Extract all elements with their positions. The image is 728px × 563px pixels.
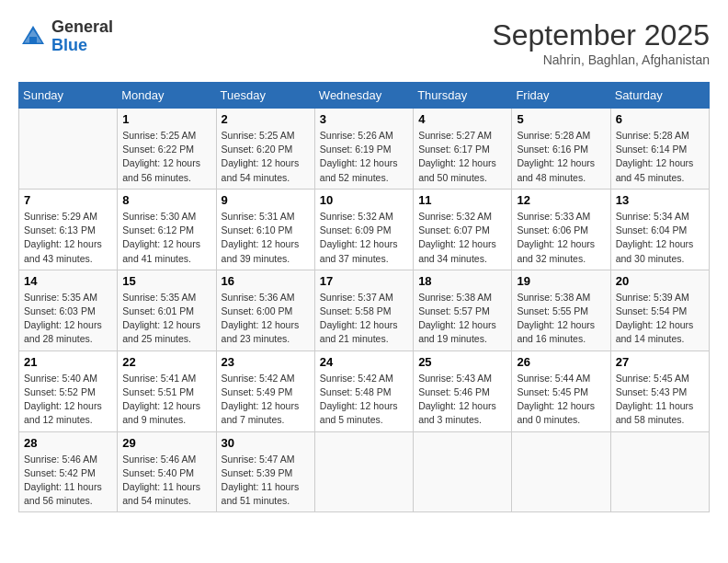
calendar-cell: 9Sunrise: 5:31 AM Sunset: 6:10 PM Daylig… [216,189,314,270]
calendar-cell: 3Sunrise: 5:26 AM Sunset: 6:19 PM Daylig… [314,109,413,190]
calendar-cell: 2Sunrise: 5:25 AM Sunset: 6:20 PM Daylig… [216,109,314,190]
week-row-1: 1Sunrise: 5:25 AM Sunset: 6:22 PM Daylig… [19,109,710,190]
title-block: September 2025 Nahrin, Baghlan, Afghanis… [492,18,710,67]
day-number: 23 [222,355,310,369]
day-info: Sunrise: 5:32 AM Sunset: 6:07 PM Dayligh… [418,210,506,266]
dow-header-monday: Monday [118,83,216,109]
day-number: 1 [122,112,210,126]
day-info: Sunrise: 5:25 AM Sunset: 6:20 PM Dayligh… [222,129,310,185]
day-number: 13 [616,193,704,207]
logo-icon [18,22,48,52]
day-info: Sunrise: 5:43 AM Sunset: 5:46 PM Dayligh… [418,372,506,428]
day-info: Sunrise: 5:35 AM Sunset: 6:03 PM Dayligh… [24,291,112,347]
day-info: Sunrise: 5:34 AM Sunset: 6:04 PM Dayligh… [616,210,704,266]
day-number: 22 [122,355,210,369]
calendar-cell: 10Sunrise: 5:32 AM Sunset: 6:09 PM Dayli… [314,189,413,270]
day-number: 15 [122,274,210,288]
calendar-cell: 8Sunrise: 5:30 AM Sunset: 6:12 PM Daylig… [118,189,216,270]
calendar-cell [610,431,709,512]
calendar-cell: 13Sunrise: 5:34 AM Sunset: 6:04 PM Dayli… [610,189,709,270]
day-number: 8 [122,193,210,207]
day-info: Sunrise: 5:35 AM Sunset: 6:01 PM Dayligh… [122,291,210,347]
svg-rect-2 [29,37,37,44]
day-number: 4 [418,112,506,126]
day-info: Sunrise: 5:38 AM Sunset: 5:55 PM Dayligh… [517,291,605,347]
day-info: Sunrise: 5:26 AM Sunset: 6:19 PM Dayligh… [320,129,408,185]
day-number: 27 [616,355,704,369]
calendar-cell: 17Sunrise: 5:37 AM Sunset: 5:58 PM Dayli… [314,270,413,350]
day-info: Sunrise: 5:32 AM Sunset: 6:09 PM Dayligh… [320,210,408,266]
days-of-week-row: SundayMondayTuesdayWednesdayThursdayFrid… [19,83,710,109]
day-info: Sunrise: 5:39 AM Sunset: 5:54 PM Dayligh… [616,291,704,347]
calendar-cell: 5Sunrise: 5:28 AM Sunset: 6:16 PM Daylig… [512,109,610,190]
calendar-cell: 18Sunrise: 5:38 AM Sunset: 5:57 PM Dayli… [414,270,512,350]
day-number: 10 [320,193,408,207]
logo: General Blue [18,18,113,55]
day-info: Sunrise: 5:28 AM Sunset: 6:16 PM Dayligh… [517,129,605,185]
day-number: 11 [418,193,506,207]
day-info: Sunrise: 5:40 AM Sunset: 5:52 PM Dayligh… [24,372,112,428]
day-info: Sunrise: 5:42 AM Sunset: 5:48 PM Dayligh… [320,372,408,428]
day-number: 18 [418,274,506,288]
month-title: September 2025 [492,18,710,52]
calendar-cell: 16Sunrise: 5:36 AM Sunset: 6:00 PM Dayli… [216,270,314,350]
week-row-5: 28Sunrise: 5:46 AM Sunset: 5:42 PM Dayli… [19,431,710,512]
week-row-2: 7Sunrise: 5:29 AM Sunset: 6:13 PM Daylig… [19,189,710,270]
dow-header-saturday: Saturday [610,83,709,109]
calendar-cell: 11Sunrise: 5:32 AM Sunset: 6:07 PM Dayli… [414,189,512,270]
day-number: 20 [616,274,704,288]
calendar-cell: 29Sunrise: 5:46 AM Sunset: 5:40 PM Dayli… [118,431,216,512]
calendar-cell: 15Sunrise: 5:35 AM Sunset: 6:01 PM Dayli… [118,270,216,350]
calendar-cell: 28Sunrise: 5:46 AM Sunset: 5:42 PM Dayli… [19,431,118,512]
calendar-cell: 30Sunrise: 5:47 AM Sunset: 5:39 PM Dayli… [216,431,314,512]
day-info: Sunrise: 5:37 AM Sunset: 5:58 PM Dayligh… [320,291,408,347]
calendar-cell: 21Sunrise: 5:40 AM Sunset: 5:52 PM Dayli… [19,350,118,431]
day-info: Sunrise: 5:41 AM Sunset: 5:51 PM Dayligh… [122,372,210,428]
day-number: 17 [320,274,408,288]
calendar-body: 1Sunrise: 5:25 AM Sunset: 6:22 PM Daylig… [19,109,710,512]
calendar-cell: 1Sunrise: 5:25 AM Sunset: 6:22 PM Daylig… [118,109,216,190]
day-info: Sunrise: 5:33 AM Sunset: 6:06 PM Dayligh… [517,210,605,266]
day-number: 28 [24,436,112,450]
calendar-cell: 14Sunrise: 5:35 AM Sunset: 6:03 PM Dayli… [19,270,118,350]
logo-text: General Blue [51,18,113,55]
week-row-3: 14Sunrise: 5:35 AM Sunset: 6:03 PM Dayli… [19,270,710,350]
calendar-cell [414,431,512,512]
week-row-4: 21Sunrise: 5:40 AM Sunset: 5:52 PM Dayli… [19,350,710,431]
calendar-cell [314,431,413,512]
calendar-cell [512,431,610,512]
calendar-cell: 20Sunrise: 5:39 AM Sunset: 5:54 PM Dayli… [610,270,709,350]
day-info: Sunrise: 5:29 AM Sunset: 6:13 PM Dayligh… [24,210,112,266]
day-number: 16 [222,274,310,288]
day-info: Sunrise: 5:42 AM Sunset: 5:49 PM Dayligh… [222,372,310,428]
day-number: 9 [222,193,310,207]
calendar-cell [19,109,118,190]
day-info: Sunrise: 5:28 AM Sunset: 6:14 PM Dayligh… [616,129,704,185]
calendar-cell: 22Sunrise: 5:41 AM Sunset: 5:51 PM Dayli… [118,350,216,431]
calendar-cell: 6Sunrise: 5:28 AM Sunset: 6:14 PM Daylig… [610,109,709,190]
day-number: 6 [616,112,704,126]
day-number: 19 [517,274,605,288]
day-number: 21 [24,355,112,369]
day-number: 26 [517,355,605,369]
day-info: Sunrise: 5:46 AM Sunset: 5:40 PM Dayligh… [122,453,210,509]
calendar-cell: 4Sunrise: 5:27 AM Sunset: 6:17 PM Daylig… [414,109,512,190]
calendar-cell: 26Sunrise: 5:44 AM Sunset: 5:45 PM Dayli… [512,350,610,431]
day-info: Sunrise: 5:30 AM Sunset: 6:12 PM Dayligh… [122,210,210,266]
location-subtitle: Nahrin, Baghlan, Afghanistan [492,52,710,67]
day-number: 14 [24,274,112,288]
day-number: 3 [320,112,408,126]
calendar-cell: 25Sunrise: 5:43 AM Sunset: 5:46 PM Dayli… [414,350,512,431]
day-info: Sunrise: 5:31 AM Sunset: 6:10 PM Dayligh… [222,210,310,266]
day-info: Sunrise: 5:38 AM Sunset: 5:57 PM Dayligh… [418,291,506,347]
day-info: Sunrise: 5:27 AM Sunset: 6:17 PM Dayligh… [418,129,506,185]
day-number: 29 [122,436,210,450]
calendar-cell: 7Sunrise: 5:29 AM Sunset: 6:13 PM Daylig… [19,189,118,270]
day-number: 5 [517,112,605,126]
day-info: Sunrise: 5:46 AM Sunset: 5:42 PM Dayligh… [24,453,112,509]
dow-header-sunday: Sunday [19,83,118,109]
dow-header-wednesday: Wednesday [314,83,413,109]
day-info: Sunrise: 5:36 AM Sunset: 6:00 PM Dayligh… [222,291,310,347]
logo-general: General [51,17,113,36]
day-number: 2 [222,112,310,126]
